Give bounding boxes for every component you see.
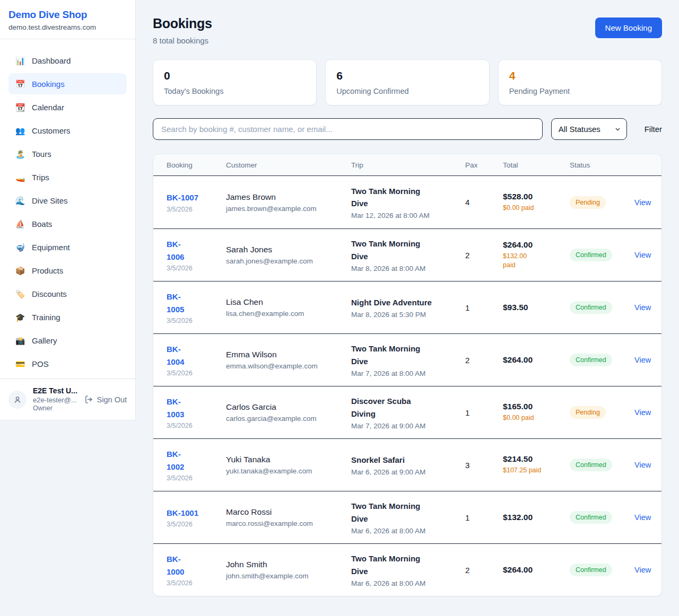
- table-row: BK-1001 3/5/2026 Marco Rossi marco.rossi…: [153, 491, 661, 543]
- people-icon: 👥: [15, 127, 25, 135]
- booking-id-link[interactable]: BK-1003: [167, 395, 191, 420]
- table-body: BK-1007 3/5/2026 James Brown james.brown…: [153, 176, 661, 596]
- view-link[interactable]: View: [634, 461, 651, 469]
- booking-date: 3/5/2026: [167, 422, 226, 429]
- search-input[interactable]: [153, 118, 543, 140]
- sign-out-icon: [84, 395, 93, 404]
- trip-name: Discover Scuba Diving: [351, 395, 432, 420]
- customer-email: john.smith@example.com: [226, 572, 351, 580]
- col-trip: Trip: [351, 161, 465, 169]
- table-row: BK-1005 3/5/2026 Lisa Chen lisa.chen@exa…: [153, 281, 661, 333]
- view-link[interactable]: View: [634, 513, 651, 522]
- sidebar-item-dashboard[interactable]: 📊 Dashboard: [8, 50, 127, 71]
- sidebar-item-products[interactable]: 📦 Products: [8, 260, 127, 281]
- filter-button[interactable]: Filter: [645, 125, 662, 134]
- view-link[interactable]: View: [634, 198, 651, 207]
- status-badge: Confirmed: [570, 301, 612, 314]
- sidebar-item-label: Calendar: [32, 103, 64, 112]
- booking-date: 3/5/2026: [167, 521, 226, 528]
- table-row: BK-1004 3/5/2026 Emma Wilson emma.wilson…: [153, 333, 661, 386]
- trip-datetime: Mar 6, 2026 at 9:00 AM: [351, 468, 465, 476]
- sidebar-item-label: Products: [32, 266, 63, 275]
- stat-card: 6 Upcoming Confirmed: [325, 59, 489, 105]
- stat-value: 0: [164, 69, 306, 82]
- status-filter-wrap: All Statuses: [551, 118, 627, 140]
- paid-amount: $107.25 paid: [503, 466, 570, 476]
- trip-name: Two Tank Morning Dive: [351, 342, 432, 367]
- view-link[interactable]: View: [634, 566, 651, 574]
- sidebar-item-customers[interactable]: 👥 Customers: [8, 120, 127, 141]
- customer-email: sarah.jones@example.com: [226, 257, 351, 265]
- status-badge: Pending: [570, 196, 606, 209]
- view-link[interactable]: View: [634, 303, 651, 312]
- sign-out-button[interactable]: Sign Out: [84, 395, 127, 404]
- sidebar-item-trips[interactable]: 🚤 Trips: [8, 166, 127, 188]
- booking-date: 3/5/2026: [167, 206, 226, 213]
- customer-name: James Brown: [226, 192, 351, 202]
- table-row: BK-1007 3/5/2026 James Brown james.brown…: [153, 176, 661, 228]
- sidebar-item-gallery[interactable]: 📸 Gallery: [8, 330, 127, 351]
- sign-out-label: Sign Out: [97, 395, 127, 404]
- shop-domain: demo.test.divestreams.com: [8, 23, 127, 31]
- customer-name: Marco Rossi: [226, 507, 351, 517]
- trip-datetime: Mar 12, 2026 at 8:00 AM: [351, 212, 465, 219]
- customer-email: lisa.chen@example.com: [226, 310, 351, 318]
- main-content: Bookings 8 total bookings New Booking 0 …: [136, 0, 679, 612]
- sidebar-item-boats[interactable]: ⛵ Boats: [8, 213, 127, 234]
- sidebar-item-label: Boats: [32, 219, 52, 228]
- sidebar-item-label: Bookings: [32, 80, 65, 89]
- sidebar-item-label: Discounts: [32, 289, 67, 298]
- trip-datetime: Mar 7, 2026 at 9:00 AM: [351, 422, 465, 430]
- pax-count: 1: [465, 408, 503, 417]
- pax-count: 2: [465, 356, 503, 365]
- page-title: Bookings: [153, 16, 212, 31]
- booking-id-link[interactable]: BK-1004: [167, 343, 191, 368]
- booking-date: 3/5/2026: [167, 265, 226, 272]
- sidebar-item-training[interactable]: 🎓 Training: [8, 306, 127, 328]
- sidebar-item-pos[interactable]: 💳 POS: [8, 353, 127, 374]
- booking-id-link[interactable]: BK-1001: [167, 508, 198, 517]
- booking-id-link[interactable]: BK-1002: [167, 448, 191, 473]
- sidebar-item-discounts[interactable]: 🏷️ Discounts: [8, 283, 127, 304]
- trip-name: Night Dive Adventure: [351, 296, 432, 309]
- customer-name: Carlos Garcia: [226, 402, 351, 412]
- sidebar-item-calendar[interactable]: 📆 Calendar: [8, 96, 127, 118]
- trip-name: Two Tank Morning Dive: [351, 185, 432, 210]
- view-link[interactable]: View: [634, 408, 651, 417]
- booking-date: 3/5/2026: [167, 317, 226, 324]
- new-booking-button[interactable]: New Booking: [595, 17, 662, 38]
- status-filter-select[interactable]: All Statuses: [551, 118, 627, 140]
- view-link[interactable]: View: [634, 251, 651, 259]
- sidebar-item-bookings[interactable]: 📅 Bookings: [8, 73, 127, 94]
- sidebar-item-equipment[interactable]: 🤿 Equipment: [8, 236, 127, 258]
- stat-label: Pending Payment: [509, 87, 651, 95]
- view-link[interactable]: View: [634, 356, 651, 364]
- sidebar-item-tours[interactable]: 🏝️ Tours: [8, 143, 127, 164]
- speedboat-icon: 🚤: [15, 173, 25, 181]
- table-row: BK-1000 3/5/2026 John Smith john.smith@e…: [153, 543, 661, 596]
- status-badge: Confirmed: [570, 459, 612, 471]
- sidebar: Demo Dive Shop demo.test.divestreams.com…: [0, 0, 136, 420]
- booking-id-link[interactable]: BK-1006: [167, 238, 191, 263]
- package-icon: 📦: [15, 267, 25, 275]
- avatar: [8, 391, 27, 409]
- user-meta: E2E Test U... e2e-tester@... Owner: [33, 386, 77, 412]
- sidebar-item-label: Customers: [32, 126, 71, 135]
- user-name: E2E Test U...: [33, 386, 77, 396]
- booking-id-link[interactable]: BK-1007: [167, 193, 198, 202]
- sidebar-user-section: E2E Test U... e2e-tester@... Owner Sign …: [0, 379, 135, 420]
- customer-name: Yuki Tanaka: [226, 455, 351, 464]
- sidebar-item-label: Trips: [32, 173, 49, 182]
- sidebar-item-label: Training: [32, 313, 60, 322]
- booking-id-link[interactable]: BK-1000: [167, 553, 191, 578]
- col-total: Total: [503, 161, 570, 169]
- trip-name: Two Tank Morning Dive: [351, 500, 432, 525]
- paid-amount: $0.00 paid: [503, 413, 570, 423]
- trip-datetime: Mar 6, 2026 at 8:00 AM: [351, 579, 465, 587]
- trip-name: Two Tank Morning Dive: [351, 552, 432, 577]
- col-pax: Pax: [465, 161, 503, 169]
- status-badge: Pending: [570, 406, 606, 419]
- booking-id-link[interactable]: BK-1005: [167, 291, 191, 315]
- sidebar-item-dive-sites[interactable]: 🌊 Dive Sites: [8, 190, 127, 211]
- sidebar-item-label: Gallery: [32, 336, 57, 345]
